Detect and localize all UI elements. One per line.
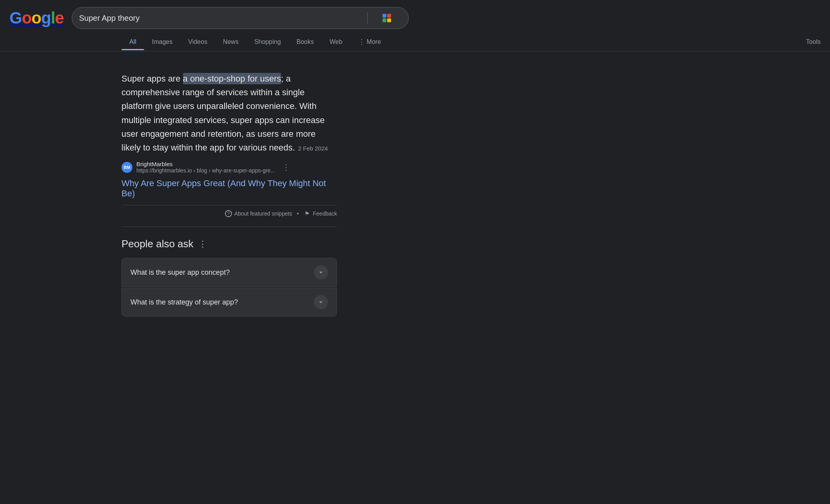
nav-tabs: All Images Videos News Shopping Books We…	[0, 29, 830, 51]
source-name: BrightMarbles	[136, 161, 275, 167]
search-bar-container: Super App theory	[72, 7, 409, 29]
voice-search-button[interactable]	[372, 16, 375, 20]
snippet-text-after: ; a comprehensive range of services with…	[121, 74, 325, 152]
three-dots-icon: ⋮	[358, 38, 365, 46]
expand-icon-2	[314, 295, 328, 309]
about-snippets-button[interactable]: ? About featured snippets	[225, 210, 292, 217]
tab-more[interactable]: ⋮ More	[350, 33, 389, 51]
main-content: Super apps are a one-stop-shop for users…	[0, 51, 337, 339]
svg-rect-3	[387, 18, 391, 22]
source-favicon: BM	[121, 162, 132, 173]
clear-button[interactable]	[359, 16, 362, 20]
tab-videos[interactable]: Videos	[180, 34, 215, 50]
snippet-date: 2 Feb 2024	[298, 145, 328, 152]
svg-rect-1	[387, 14, 391, 18]
lens-button[interactable]	[380, 11, 393, 25]
snippet-text-before: Super apps are	[121, 74, 183, 83]
svg-rect-2	[382, 18, 386, 22]
tab-shopping[interactable]: Shopping	[246, 34, 289, 50]
expand-icon-1	[314, 265, 328, 279]
source-url: https://brightmarbles.io › blog › why-ar…	[136, 167, 275, 174]
snippet-highlight: a one-stop-shop for users	[183, 73, 281, 84]
header: Google Super App theory	[0, 0, 830, 29]
search-input[interactable]: Super App theory	[79, 14, 355, 23]
search-bar[interactable]: Super App theory	[72, 7, 409, 29]
flag-icon: ⚑	[304, 210, 311, 217]
paa-header: People also ask ⋮	[121, 238, 337, 250]
people-also-ask-section: People also ask ⋮ What is the super app …	[121, 227, 337, 328]
snippet-footer: ? About featured snippets • ⚑ Feedback	[121, 205, 337, 217]
question-icon: ?	[225, 210, 232, 217]
tab-all[interactable]: All	[121, 34, 144, 50]
search-divider	[367, 13, 368, 24]
featured-snippet: Super apps are a one-stop-shop for users…	[121, 62, 337, 227]
snippet-title-link[interactable]: Why Are Super Apps Great (And Why They M…	[121, 178, 337, 199]
paa-more-button[interactable]: ⋮	[198, 239, 207, 249]
tab-tools[interactable]: Tools	[798, 34, 830, 50]
feedback-button[interactable]: ⚑ Feedback	[304, 210, 337, 217]
source-initials: BM	[123, 165, 130, 170]
svg-rect-0	[382, 14, 386, 18]
source-row: BM BrightMarbles https://brightmarbles.i…	[121, 161, 337, 174]
paa-item-2[interactable]: What is the strategy of super app?	[121, 288, 337, 317]
paa-title: People also ask	[121, 238, 194, 250]
source-more-options[interactable]: ⋮	[282, 163, 290, 172]
tab-web[interactable]: Web	[322, 34, 350, 50]
tab-images[interactable]: Images	[144, 34, 180, 50]
paa-item-1[interactable]: What is the super app concept?	[121, 258, 337, 287]
tab-books[interactable]: Books	[289, 34, 322, 50]
search-button[interactable]	[398, 16, 401, 20]
snippet-text: Super apps are a one-stop-shop for users…	[121, 72, 337, 154]
tab-news[interactable]: News	[215, 34, 246, 50]
source-info: BrightMarbles https://brightmarbles.io ›…	[136, 161, 275, 174]
google-logo[interactable]: Google	[9, 9, 64, 27]
paa-list: What is the super app concept? What is t…	[121, 258, 337, 317]
dot-separator: •	[297, 210, 299, 217]
